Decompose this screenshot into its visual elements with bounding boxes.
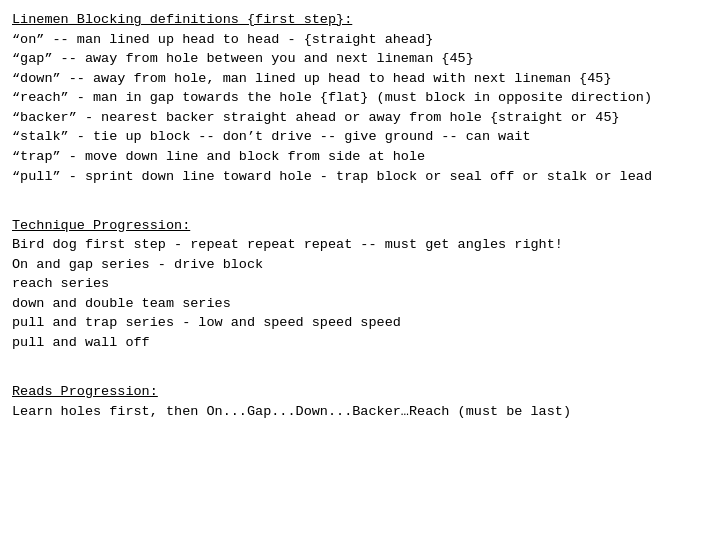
section-linemen-blocking: Linemen Blocking definitions {first step…	[12, 10, 708, 186]
section-reads-progression: Reads Progression: Learn holes first, th…	[12, 382, 708, 421]
section2-title: Technique Progression:	[12, 216, 708, 236]
section-technique-progression: Technique Progression: Bird dog first st…	[12, 216, 708, 353]
section2-line-0: Bird dog first step - repeat repeat repe…	[12, 235, 708, 255]
section2-line-3: down and double team series	[12, 294, 708, 314]
section3-title: Reads Progression:	[12, 382, 708, 402]
section1-line-3: “reach” - man in gap towards the hole {f…	[12, 88, 708, 108]
section1-line-7: “pull” - sprint down line toward hole - …	[12, 167, 708, 187]
section2-line-2: reach series	[12, 274, 708, 294]
section2-line-5: pull and wall off	[12, 333, 708, 353]
section2-line-1: On and gap series - drive block	[12, 255, 708, 275]
section1-line-4: “backer” - nearest backer straight ahead…	[12, 108, 708, 128]
section1-line-6: “trap” - move down line and block from s…	[12, 147, 708, 167]
section2-line-4: pull and trap series - low and speed spe…	[12, 313, 708, 333]
section3-line-0: Learn holes first, then On...Gap...Down.…	[12, 402, 708, 422]
section1-line-5: “stalk” - tie up block -- don’t drive --…	[12, 127, 708, 147]
section1-title: Linemen Blocking definitions {first step…	[12, 10, 708, 30]
section1-line-2: “down” -- away from hole, man lined up h…	[12, 69, 708, 89]
section1-line-0: “on” -- man lined up head to head - {str…	[12, 30, 708, 50]
page-content: Linemen Blocking definitions {first step…	[12, 10, 708, 421]
section1-line-1: “gap” -- away from hole between you and …	[12, 49, 708, 69]
